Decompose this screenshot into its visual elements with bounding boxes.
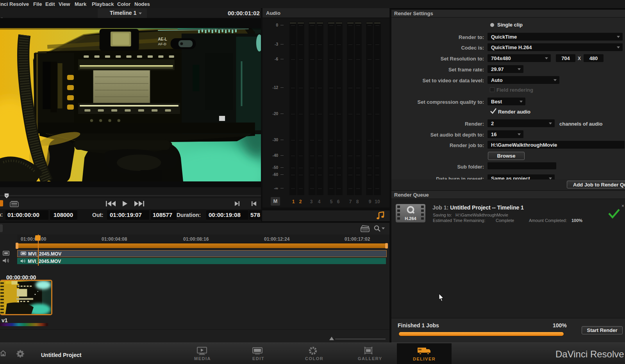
svg-text:AE-L: AE-L [158,37,167,41]
svg-text:AF-D: AF-D [158,42,166,46]
